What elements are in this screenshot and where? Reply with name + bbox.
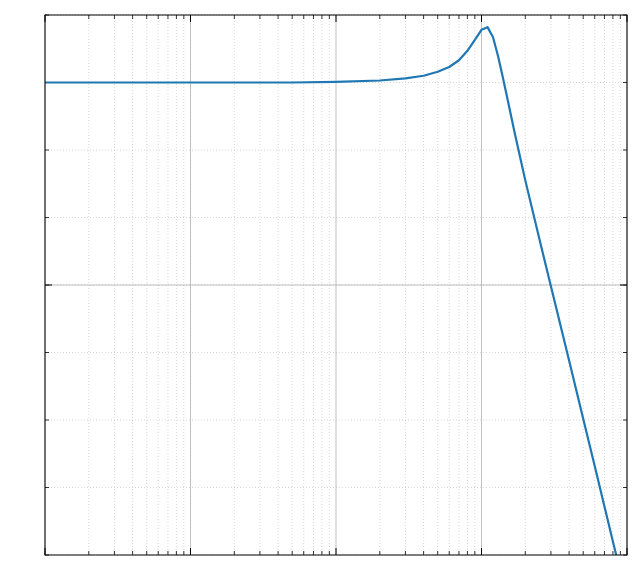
chart-container (0, 0, 640, 584)
line-chart (0, 0, 640, 584)
